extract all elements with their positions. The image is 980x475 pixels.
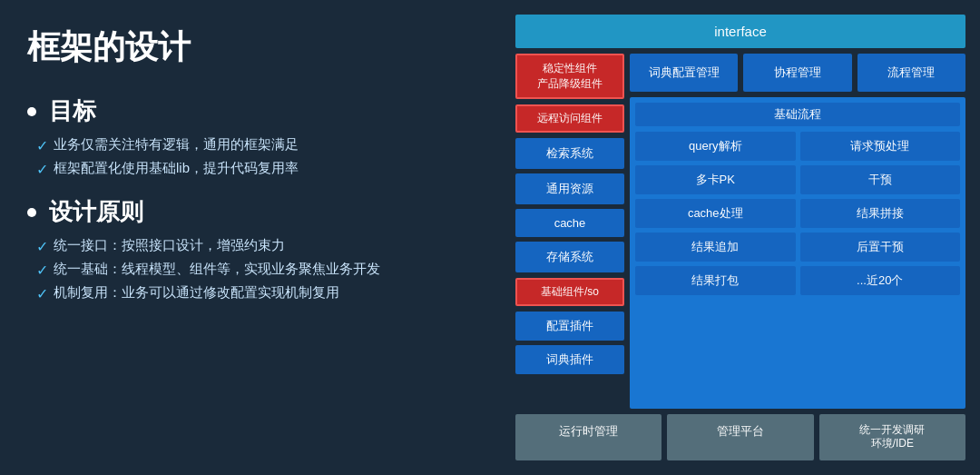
bullet-icon [27,107,36,116]
interface-bar: interface [515,15,965,48]
target-item-2: ✓ 框架配置化使用基础lib，提升代码复用率 [27,160,481,178]
flow-result-pack: 结果打包 [635,266,796,295]
flow-grid: query解析 请求预处理 多卡PK 干预 cache处理 结果拼接 结果追加 … [635,132,960,295]
bullet-icon [27,208,36,217]
comp-resource: 通用资源 [515,173,624,204]
dict-config-mgmt: 词典配置管理 [630,54,738,92]
plugin-list: 配置插件 词典插件 [515,312,624,374]
left-panel: 框架的设计 目标 ✓ 业务仅需关注特有逻辑，通用的框架满足 ✓ 框架配置化使用基… [0,0,508,475]
base-flow-title: 基础流程 [635,103,960,126]
check-icon: ✓ [36,137,48,154]
check-icon: ✓ [36,285,48,302]
principle-item-1: ✓ 统一接口：按照接口设计，增强约束力 [27,237,481,255]
flow-cache-process: cache处理 [635,199,796,228]
comp-cache: cache [515,209,624,237]
plugin-config: 配置插件 [515,312,624,341]
comp-storage: 存储系统 [515,242,624,272]
runtime-mgmt: 运行时管理 [515,414,662,460]
flow-query: query解析 [635,132,796,161]
left-col: 稳定性组件 产品降级组件 远程访问组件 检索系统 通用资源 cache 存储系统… [515,54,624,409]
check-icon: ✓ [36,161,48,178]
principle-item-2: ✓ 统一基础：线程模型、组件等，实现业务聚焦业务开发 [27,261,481,279]
flow-result-merge: 结果拼接 [800,199,961,228]
right-col: 词典配置管理 协程管理 流程管理 基础流程 query解析 请求预处理 多卡PK… [630,54,965,409]
coroutine-mgmt: 协程管理 [743,54,851,92]
flow-intervene: 干预 [800,165,961,194]
principle-item-3: ✓ 机制复用：业务可以通过修改配置实现机制复用 [27,284,481,302]
flow-multicard: 多卡PK [635,165,796,194]
flow-preprocess: 请求预处理 [800,132,961,161]
top-right-row: 词典配置管理 协程管理 流程管理 [630,54,965,92]
section-principles-title: 设计原则 [27,196,481,228]
stability-box: 稳定性组件 产品降级组件 [515,54,624,99]
flow-post-intervene: 后置干预 [800,233,961,262]
check-icon: ✓ [36,262,48,279]
bottom-row: 运行时管理 管理平台 统一开发调研环境/IDE [515,414,965,460]
section-target: 目标 ✓ 业务仅需关注特有逻辑，通用的框架满足 ✓ 框架配置化使用基础lib，提… [27,95,481,178]
dev-env: 统一开发调研环境/IDE [819,414,965,460]
plugin-dict: 词典插件 [515,345,624,374]
right-panel: interface 稳定性组件 产品降级组件 远程访问组件 检索系统 通用资源 … [508,0,980,475]
comp-search: 检索系统 [515,138,624,169]
section-target-title: 目标 [27,95,481,127]
remote-box: 远程访问组件 [515,104,624,133]
flow-mgmt: 流程管理 [858,54,965,92]
target-item-1: ✓ 业务仅需关注特有逻辑，通用的框架满足 [27,136,481,154]
flow-more: ...近20个 [800,266,961,295]
component-list: 检索系统 通用资源 cache 存储系统 [515,138,624,272]
main-title: 框架的设计 [27,25,481,70]
section-principles: 设计原则 ✓ 统一接口：按照接口设计，增强约束力 ✓ 统一基础：线程模型、组件等… [27,196,481,302]
mgmt-platform: 管理平台 [667,414,813,460]
base-comp-box: 基础组件/so [515,278,624,306]
check-icon: ✓ [36,238,48,255]
flow-result-append: 结果追加 [635,233,796,262]
base-flow-box: 基础流程 query解析 请求预处理 多卡PK 干预 cache处理 结果拼接 … [630,97,965,409]
middle-row: 稳定性组件 产品降级组件 远程访问组件 检索系统 通用资源 cache 存储系统… [515,54,965,409]
